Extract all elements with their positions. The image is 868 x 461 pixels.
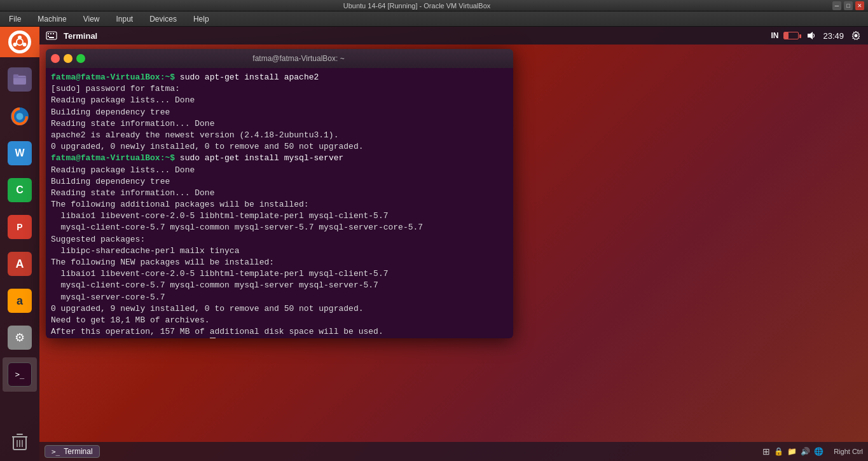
- sidebar: W C P A a: [0, 27, 39, 461]
- top-panel: Terminal IN: [39, 27, 868, 45]
- output-line-3: Building dependency tree: [51, 107, 508, 118]
- sidebar-item-writer[interactable]: W: [3, 136, 37, 170]
- command-line-2: fatma@fatma-VirtualBox:~$ sudo apt-get i…: [51, 153, 508, 164]
- continue-prompt: Do you want to continue? [Y/n]: [51, 338, 205, 338]
- tray-icon-5[interactable]: 🌐: [814, 447, 823, 456]
- command-line-1: fatma@fatma-VirtualBox:~$ sudo apt-get i…: [51, 72, 508, 83]
- output-line-9: Reading state information... Done: [51, 188, 508, 199]
- sidebar-item-amazon[interactable]: a: [3, 284, 37, 318]
- system-tray: ⊞ 🔒 📁 🔊 🌐 Right Ctrl: [762, 446, 863, 457]
- svg-rect-6: [13, 74, 18, 77]
- menu-help[interactable]: Help: [188, 13, 214, 25]
- output-line-16: libaio1 libevent-core-2.0-5 libhtml-temp…: [51, 268, 508, 280]
- svg-marker-19: [808, 32, 813, 39]
- output-line-21: After this operation, 157 MB of addition…: [51, 326, 508, 338]
- tray-icon-2[interactable]: 🔒: [774, 447, 783, 456]
- menu-input[interactable]: Input: [111, 13, 139, 25]
- output-line-10: The following additional packages will b…: [51, 199, 508, 210]
- taskbar-bottom: >_ Terminal ⊞ 🔒 📁 🔊 🌐 Right Ctrl: [39, 442, 868, 461]
- output-line-13: Suggested packages:: [51, 234, 508, 245]
- keyboard-layout-icon[interactable]: [45, 29, 59, 43]
- terminal-window: fatma@fatma-VirtualBox: ~ fatma@fatma-Vi…: [46, 49, 513, 338]
- panel-left: [45, 29, 59, 43]
- terminal-task-label: Terminal: [64, 447, 92, 456]
- terminal-window-title: fatma@fatma-VirtualBox: ~: [89, 54, 508, 63]
- output-line-4: Reading state information... Done: [51, 118, 508, 130]
- right-ctrl-label: Right Ctrl: [834, 448, 863, 455]
- maximize-button[interactable]: □: [844, 1, 853, 10]
- svg-rect-18: [49, 37, 54, 38]
- prompt-1: fatma@fatma-VirtualBox:~$: [51, 72, 180, 83]
- sidebar-item-files[interactable]: [3, 62, 37, 97]
- system-settings-icon[interactable]: [849, 29, 863, 43]
- tray-icon-1[interactable]: ⊞: [762, 446, 770, 457]
- command-1: sudo apt-get install apache2: [180, 72, 319, 83]
- command-2: sudo apt-get install mysql-server: [180, 153, 343, 164]
- volume-icon[interactable]: [804, 29, 818, 43]
- output-line-15: The following NEW packages will be insta…: [51, 257, 508, 268]
- svg-rect-13: [46, 32, 57, 39]
- svg-rect-17: [48, 36, 49, 37]
- terminal-minimize-button[interactable]: [64, 54, 72, 63]
- battery-fill: [784, 32, 789, 39]
- tray-icon-4[interactable]: 🔊: [801, 447, 810, 456]
- battery-indicator: [783, 32, 799, 39]
- sidebar-item-settings[interactable]: ⚙: [3, 320, 37, 355]
- sidebar-item-ubuntu[interactable]: [0, 27, 39, 57]
- window-title: Ubuntu 14-64 [Running] - Oracle VM Virtu…: [4, 2, 830, 10]
- cursor-block: [210, 338, 216, 338]
- output-line-1: [sudo] password for fatma:: [51, 83, 508, 95]
- output-line-8: Building dependency tree: [51, 176, 508, 188]
- output-line-19: 0 upgraded, 9 newly installed, 0 to remo…: [51, 303, 508, 315]
- terminal-title-bar: fatma@fatma-VirtualBox: ~: [46, 49, 513, 68]
- output-line-2: Reading package lists... Done: [51, 95, 508, 106]
- output-line-14: libipc-sharedcache-perl mailx tinyca: [51, 245, 508, 257]
- menu-file[interactable]: File: [4, 13, 26, 25]
- title-bar: Ubuntu 14-64 [Running] - Oracle VM Virtu…: [0, 0, 868, 11]
- terminal-maximize-button[interactable]: [76, 54, 85, 63]
- menu-bar: File Machine View Input Devices Help: [0, 11, 868, 27]
- battery-bar: [783, 32, 799, 39]
- desktop: Terminal IN: [39, 27, 868, 461]
- output-line-20: Need to get 18,1 MB of archives.: [51, 315, 508, 326]
- terminal-body[interactable]: fatma@fatma-VirtualBox:~$ sudo apt-get i…: [46, 68, 513, 338]
- svg-rect-14: [48, 33, 49, 34]
- input-prompt-line: Do you want to continue? [Y/n] Y: [51, 338, 508, 338]
- output-line-12: mysql-client-core-5.7 mysql-common mysql…: [51, 222, 508, 233]
- sidebar-item-terminal[interactable]: >_: [3, 357, 37, 392]
- output-line-6: 0 upgraded, 0 newly installed, 0 to remo…: [51, 141, 508, 153]
- output-line-18: mysql-server-core-5.7: [51, 292, 508, 303]
- language-indicator[interactable]: IN: [771, 31, 778, 40]
- output-line-5: apache2 is already the newest version (2…: [51, 130, 508, 141]
- clock: 23:49: [823, 31, 844, 41]
- sidebar-item-impress[interactable]: P: [3, 210, 37, 244]
- sidebar-item-trash[interactable]: [3, 424, 37, 458]
- svg-point-20: [855, 34, 858, 38]
- output-line-7: Reading package lists... Done: [51, 165, 508, 176]
- minimize-button[interactable]: ─: [832, 1, 841, 10]
- tray-icon-3[interactable]: 📁: [787, 447, 797, 456]
- sidebar-item-fonts[interactable]: A: [3, 247, 37, 281]
- menu-machine[interactable]: Machine: [32, 13, 71, 25]
- user-input: Y: [205, 338, 210, 338]
- svg-rect-16: [53, 33, 54, 34]
- menu-devices[interactable]: Devices: [144, 13, 182, 25]
- output-line-11: libaio1 libevent-core-2.0-5 libhtml-temp…: [51, 210, 508, 222]
- terminal-task-icon: >_: [52, 448, 60, 456]
- terminal-taskbar-item[interactable]: >_ Terminal: [45, 445, 100, 458]
- sidebar-item-firefox[interactable]: [3, 99, 37, 134]
- panel-title: Terminal: [64, 31, 97, 41]
- svg-rect-5: [13, 76, 26, 85]
- battery-tip: [799, 34, 801, 38]
- svg-rect-15: [50, 33, 52, 34]
- prompt-2: fatma@fatma-VirtualBox:~$: [51, 153, 180, 164]
- menu-view[interactable]: View: [78, 13, 105, 25]
- close-button[interactable]: ✕: [855, 1, 864, 10]
- output-line-17: mysql-client-core-5.7 mysql-common mysql…: [51, 280, 508, 291]
- main-area: W C P A a: [0, 27, 868, 461]
- terminal-close-button[interactable]: [51, 54, 60, 63]
- panel-right: IN 23:49: [771, 29, 863, 43]
- sidebar-item-calc[interactable]: C: [3, 173, 37, 207]
